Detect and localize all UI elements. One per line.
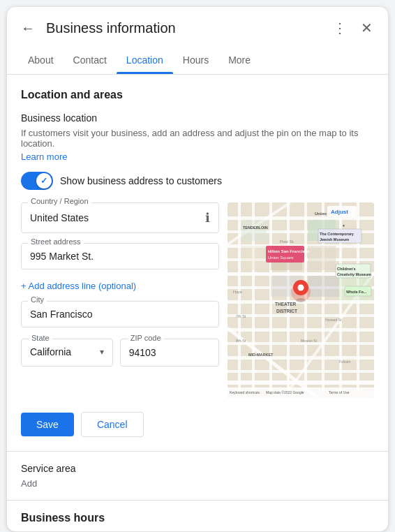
- chevron-down-icon: ▾: [100, 347, 104, 357]
- location-section-title: Location and areas: [21, 89, 374, 101]
- map-container[interactable]: Post St. Union Square ♦ TENDERLOIN Haye …: [228, 202, 374, 398]
- city-label: City: [28, 295, 47, 304]
- svg-rect-28: [241, 220, 267, 241]
- tab-more[interactable]: More: [218, 46, 260, 74]
- svg-rect-9: [228, 328, 374, 332]
- svg-text:MID-MARKET: MID-MARKET: [248, 353, 274, 357]
- street-field-group: Street address: [21, 243, 219, 269]
- city-input-wrap: [21, 301, 219, 327]
- show-address-toggle[interactable]: [21, 172, 53, 190]
- business-hours-section: Business hours: [7, 500, 388, 524]
- zip-field-group: ZIP code: [120, 339, 219, 367]
- svg-rect-8: [228, 314, 374, 317]
- city-field-group: City: [21, 301, 219, 327]
- business-hours-title: Business hours: [21, 512, 374, 524]
- svg-rect-27: [308, 246, 336, 270]
- zip-input[interactable]: [129, 347, 210, 358]
- svg-text:Post St.: Post St.: [280, 239, 295, 244]
- toggle-thumb: [36, 173, 52, 189]
- svg-rect-30: [308, 276, 339, 297]
- tab-hours[interactable]: Hours: [173, 46, 218, 74]
- state-label: State: [29, 334, 52, 342]
- svg-text:Union Square: Union Square: [268, 256, 294, 260]
- back-icon: ←: [21, 20, 35, 36]
- svg-text:THEATER: THEATER: [275, 302, 297, 306]
- more-button[interactable]: ⋮: [329, 17, 351, 39]
- location-layout: Country / Region ℹ Street address + Add …: [21, 202, 374, 398]
- svg-text:Keyboard shortcuts: Keyboard shortcuts: [230, 390, 260, 394]
- country-field-group: Country / Region ℹ: [21, 202, 219, 233]
- button-row: Save Cancel: [21, 412, 374, 437]
- more-icon: ⋮: [333, 20, 347, 36]
- svg-text:Folsom: Folsom: [339, 360, 350, 364]
- state-select-wrap: California ▾: [30, 346, 104, 357]
- country-input[interactable]: [30, 212, 201, 223]
- back-button[interactable]: ←: [18, 17, 38, 39]
- state-field-group: State California ▾: [21, 339, 113, 367]
- learn-more-link[interactable]: Learn more: [21, 152, 374, 162]
- service-area-title: Service area: [21, 463, 374, 474]
- info-icon[interactable]: ℹ: [205, 210, 210, 226]
- svg-text:Jewish Museum: Jewish Museum: [320, 237, 349, 242]
- header: ← Business information ⋮ ✕: [7, 7, 388, 46]
- map-svg: Post St. Union Square ♦ TENDERLOIN Haye …: [228, 202, 374, 398]
- main-card: ← Business information ⋮ ✕ About Contact…: [7, 7, 388, 531]
- tab-contact[interactable]: Contact: [64, 46, 117, 74]
- close-icon: ✕: [361, 20, 373, 36]
- close-button[interactable]: ✕: [357, 17, 377, 39]
- tab-about[interactable]: About: [18, 46, 64, 74]
- toggle-label: Show business address to customers: [60, 175, 222, 186]
- svg-text:Creativity Museum: Creativity Museum: [337, 272, 371, 276]
- svg-text:Children's: Children's: [337, 267, 356, 271]
- toggle-track: [21, 172, 53, 190]
- country-label: Country / Region: [28, 197, 91, 205]
- svg-text:Howard St: Howard St: [325, 318, 342, 322]
- map-column: Post St. Union Square ♦ TENDERLOIN Haye …: [228, 202, 374, 398]
- service-area-section: Service area Add: [21, 463, 374, 489]
- svg-rect-31: [241, 246, 267, 270]
- svg-text:♦: ♦: [343, 223, 345, 228]
- svg-text:Whole Fo...: Whole Fo...: [346, 290, 367, 294]
- svg-text:Mission St: Mission St: [301, 339, 318, 343]
- svg-text:7th St: 7th St: [236, 314, 246, 318]
- svg-rect-14: [238, 202, 241, 391]
- toggle-row: Show business address to customers: [21, 172, 374, 190]
- svg-rect-48: [266, 246, 304, 263]
- country-input-wrap: ℹ: [21, 202, 219, 233]
- svg-point-62: [298, 285, 304, 291]
- content-area: Location and areas Business location If …: [7, 75, 388, 531]
- street-label: Street address: [28, 237, 84, 246]
- page-title: Business information: [46, 20, 329, 36]
- svg-text:Hilton San Francisco: Hilton San Francisco: [268, 249, 310, 253]
- state-zip-row: State California ▾ ZIP code: [21, 339, 219, 367]
- service-area-add[interactable]: Add: [21, 478, 374, 489]
- tabs-bar: About Contact Location Hours More: [7, 46, 388, 75]
- svg-text:Adjust: Adjust: [331, 209, 348, 215]
- form-column: Country / Region ℹ Street address + Add …: [21, 202, 219, 398]
- header-actions: ⋮ ✕: [329, 17, 377, 39]
- svg-point-60: [296, 298, 306, 302]
- cancel-button[interactable]: Cancel: [81, 412, 144, 437]
- svg-text:DISTRICT: DISTRICT: [276, 309, 297, 313]
- zip-label: ZIP code: [128, 334, 164, 342]
- street-input[interactable]: [30, 251, 210, 262]
- svg-text:Map data ©2022 Google: Map data ©2022 Google: [266, 390, 304, 394]
- svg-text:TENDERLOIN: TENDERLOIN: [243, 226, 268, 230]
- state-select[interactable]: California: [30, 346, 100, 357]
- svg-text:Haye: Haye: [233, 290, 242, 294]
- city-input[interactable]: [30, 309, 210, 320]
- divider-1: [7, 451, 388, 452]
- svg-text:8th St: 8th St: [236, 339, 246, 343]
- business-location-desc: If customers visit your business, add an…: [21, 128, 374, 149]
- svg-text:Terms of Use: Terms of Use: [329, 390, 350, 394]
- save-button[interactable]: Save: [21, 413, 74, 436]
- business-location-label: Business location: [21, 112, 374, 124]
- add-address-line-link[interactable]: + Add address line (optional): [21, 281, 219, 291]
- svg-text:The Contemporary: The Contemporary: [320, 232, 355, 236]
- tab-location[interactable]: Location: [117, 46, 173, 74]
- street-input-wrap: [21, 243, 219, 269]
